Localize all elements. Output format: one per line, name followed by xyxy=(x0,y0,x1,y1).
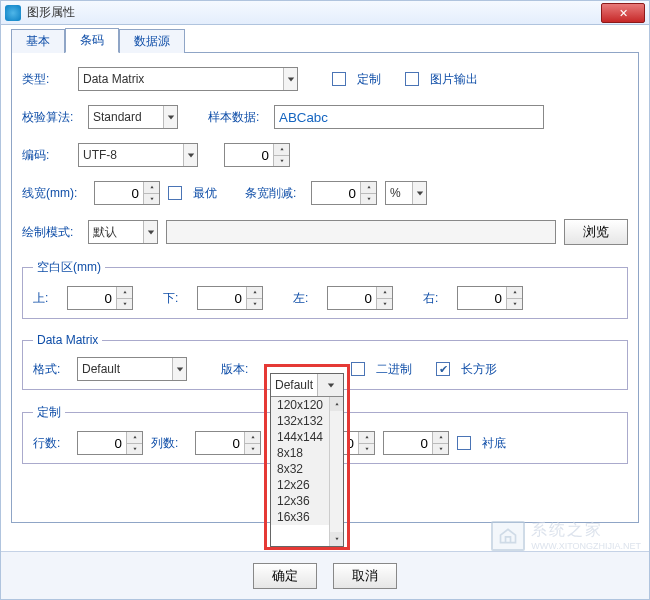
linewidth-input[interactable] xyxy=(95,182,143,204)
type-label: 类型: xyxy=(22,71,70,88)
qz-left-spin[interactable] xyxy=(327,286,393,310)
backing-checkbox[interactable] xyxy=(457,436,471,450)
rect-label: 长方形 xyxy=(461,361,497,378)
check-algo-label: 校验算法: xyxy=(22,109,80,126)
qz-bottom-spin[interactable] xyxy=(197,286,263,310)
cols-spin[interactable] xyxy=(195,431,261,455)
rows-spin[interactable] xyxy=(77,431,143,455)
barreduce-input[interactable] xyxy=(312,182,360,204)
dm-format-label: 格式: xyxy=(33,361,69,378)
optimal-checkbox[interactable] xyxy=(168,186,182,200)
qz-top-input[interactable] xyxy=(68,287,116,309)
version-selected: Default xyxy=(271,378,317,392)
backing-label: 衬底 xyxy=(482,435,506,452)
optimal-label: 最优 xyxy=(193,185,217,202)
ok-button[interactable]: 确定 xyxy=(253,563,317,589)
tab-datasource[interactable]: 数据源 xyxy=(119,29,185,53)
custom-checkbox[interactable] xyxy=(332,72,346,86)
barreduce-spin[interactable] xyxy=(311,181,377,205)
version-select-box[interactable]: Default xyxy=(271,374,343,396)
button-bar: 确定 取消 xyxy=(1,551,649,599)
spin-down-icon[interactable] xyxy=(246,299,262,310)
tab-strip: 基本 条码 数据源 xyxy=(11,29,639,53)
binary-label: 二进制 xyxy=(376,361,412,378)
extra2-spin[interactable] xyxy=(383,431,449,455)
spin-down-icon[interactable] xyxy=(376,299,392,310)
spin-up-icon[interactable] xyxy=(376,287,392,299)
qz-right-input[interactable] xyxy=(458,287,506,309)
check-algo-select[interactable]: Standard xyxy=(88,105,178,129)
spin-up-icon[interactable] xyxy=(506,287,522,299)
titlebar: 图形属性 ✕ xyxy=(1,1,649,25)
qz-right-label: 右: xyxy=(423,290,449,307)
linewidth-label: 线宽(mm): xyxy=(22,185,86,202)
image-output-checkbox[interactable] xyxy=(405,72,419,86)
type-select[interactable]: Data Matrix xyxy=(78,67,298,91)
qz-top-spin[interactable] xyxy=(67,286,133,310)
rows-input[interactable] xyxy=(78,432,126,454)
spin-down-icon[interactable] xyxy=(358,444,374,455)
barreduce-unit: % xyxy=(390,186,401,200)
encoding-spin[interactable] xyxy=(224,143,290,167)
encoding-select[interactable]: UTF-8 xyxy=(78,143,198,167)
spin-down-icon[interactable] xyxy=(432,444,448,455)
spin-down-icon[interactable] xyxy=(506,299,522,310)
drawpath-input[interactable] xyxy=(166,220,556,244)
spin-up-icon[interactable] xyxy=(358,432,374,444)
barreduce-label: 条宽削减: xyxy=(245,185,303,202)
chevron-down-icon xyxy=(283,68,297,90)
chevron-down-icon xyxy=(183,144,197,166)
spin-up-icon[interactable] xyxy=(126,432,142,444)
qz-right-spin[interactable] xyxy=(457,286,523,310)
spin-down-icon[interactable] xyxy=(273,156,289,167)
close-button[interactable]: ✕ xyxy=(601,3,645,23)
custom-chk-label: 定制 xyxy=(357,71,381,88)
spin-down-icon[interactable] xyxy=(116,299,132,310)
cancel-button[interactable]: 取消 xyxy=(333,563,397,589)
rect-checkbox[interactable] xyxy=(436,362,450,376)
linewidth-spin[interactable] xyxy=(94,181,160,205)
spin-up-icon[interactable] xyxy=(432,432,448,444)
sample-data-input[interactable] xyxy=(274,105,544,129)
watermark-icon xyxy=(491,521,525,551)
spin-up-icon[interactable] xyxy=(360,182,376,194)
browse-button[interactable]: 浏览 xyxy=(564,219,628,245)
dm-format-select[interactable]: Default xyxy=(77,357,187,381)
drawmode-select[interactable]: 默认 xyxy=(88,220,158,244)
scroll-down-icon[interactable] xyxy=(330,532,343,546)
spin-up-icon[interactable] xyxy=(244,432,260,444)
check-algo-value: Standard xyxy=(93,110,142,124)
scroll-thumb[interactable] xyxy=(330,411,343,532)
spin-down-icon[interactable] xyxy=(360,194,376,205)
extra2-input[interactable] xyxy=(384,432,432,454)
window: 图形属性 ✕ 基本 条码 数据源 类型: Data Matrix 定制 图片输出 xyxy=(0,0,650,600)
qz-bottom-input[interactable] xyxy=(198,287,246,309)
quietzone-legend: 空白区(mm) xyxy=(33,259,105,276)
tab-barcode[interactable]: 条码 xyxy=(65,28,119,53)
qz-bottom-label: 下: xyxy=(163,290,189,307)
tab-basic[interactable]: 基本 xyxy=(11,29,65,53)
window-title: 图形属性 xyxy=(27,4,645,21)
encoding-label: 编码: xyxy=(22,147,70,164)
cols-label: 列数: xyxy=(151,435,187,452)
scroll-up-icon[interactable] xyxy=(330,397,343,411)
qz-left-input[interactable] xyxy=(328,287,376,309)
spin-down-icon[interactable] xyxy=(244,444,260,455)
dropdown-scrollbar[interactable] xyxy=(329,397,343,546)
spin-up-icon[interactable] xyxy=(143,182,159,194)
barreduce-unit-select[interactable]: % xyxy=(385,181,427,205)
spin-down-icon[interactable] xyxy=(143,194,159,205)
spin-up-icon[interactable] xyxy=(246,287,262,299)
spin-down-icon[interactable] xyxy=(126,444,142,455)
rows-label: 行数: xyxy=(33,435,69,452)
spin-up-icon[interactable] xyxy=(116,287,132,299)
binary-checkbox[interactable] xyxy=(351,362,365,376)
version-dropdown[interactable]: Default 120x120 132x132 144x144 8x18 8x3… xyxy=(270,373,344,547)
watermark: 系统之家 WWW.XITONGZHIJIA.NET xyxy=(491,520,641,551)
encoding-spin-input[interactable] xyxy=(225,144,273,166)
cols-input[interactable] xyxy=(196,432,244,454)
version-option-list: 120x120 132x132 144x144 8x18 8x32 12x26 … xyxy=(271,396,343,546)
spin-up-icon[interactable] xyxy=(273,144,289,156)
qz-top-label: 上: xyxy=(33,290,59,307)
watermark-url: WWW.XITONGZHIJIA.NET xyxy=(531,541,641,551)
